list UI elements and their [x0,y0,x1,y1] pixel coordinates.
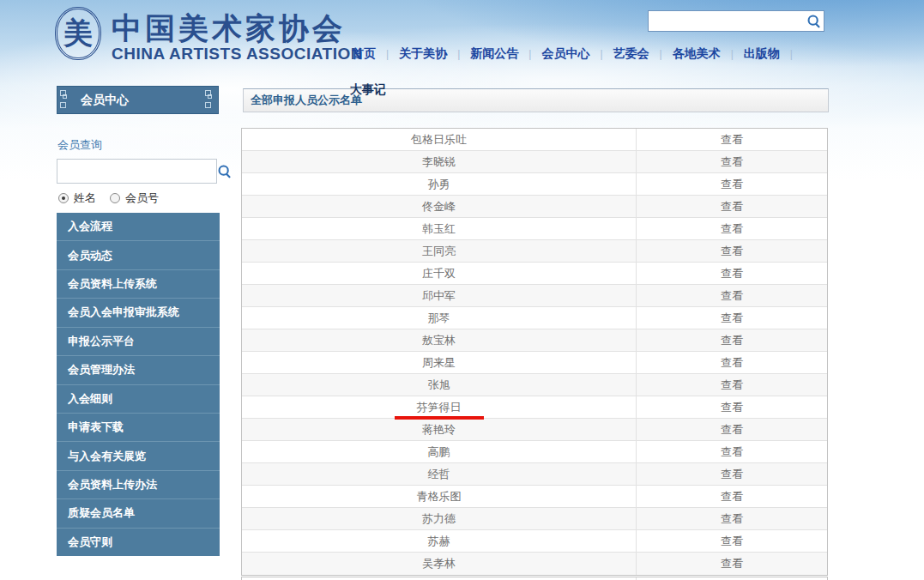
nav-separator: | [528,48,531,60]
nav-item-6[interactable]: 出版物 [744,46,780,62]
applicant-name: 芬笋得日 [417,400,462,415]
nav-item-3[interactable]: 会员中心 [541,46,589,62]
applicant-name: 韩玉红 [422,221,456,237]
view-link[interactable]: 查看 [721,244,743,259]
table-row: 经哲查看 [242,463,827,486]
action-cell: 查看 [636,129,827,150]
applicant-name: 青格乐图 [417,489,462,504]
view-link[interactable]: 查看 [721,199,743,214]
table-row: 高鹏查看 [242,441,827,463]
view-link[interactable]: 查看 [721,400,743,415]
applicant-name-cell: 苏力德 [242,508,636,529]
table-row: 青格乐图查看 [242,486,827,508]
nav-item-5[interactable]: 各地美术 [673,46,721,62]
header-search-input[interactable] [649,12,806,30]
applicant-name: 王同亮 [422,244,456,259]
view-link[interactable]: 查看 [721,422,743,438]
sidebar-item-2[interactable]: 会员资料上传系统 [57,270,220,299]
action-cell: 查看 [636,218,827,239]
sidebar-item-11[interactable]: 会员守则 [57,529,220,556]
sidebar-item-8[interactable]: 与入会有关展览 [57,442,220,470]
view-link[interactable]: 查看 [721,132,743,148]
table-row: 庄千双查看 [242,263,827,285]
header-search-box[interactable] [648,10,824,32]
radio-label-1[interactable]: 会员号 [125,190,159,206]
sidebar-item-1[interactable]: 会员动态 [57,241,220,269]
nav-separator: | [731,48,734,60]
sidebar-item-5[interactable]: 会员管理办法 [57,356,220,384]
action-cell: 查看 [636,486,827,507]
sidebar-item-9[interactable]: 会员资料上传办法 [57,471,220,499]
view-link[interactable]: 查看 [721,489,743,504]
association-seal-logo: 美 [55,7,101,60]
table-row: 芬笋得日查看 [242,396,827,419]
applicant-name: 苏赫 [428,534,450,549]
view-link[interactable]: 查看 [721,154,743,170]
action-cell: 查看 [636,508,827,529]
action-cell: 查看 [636,374,827,396]
applicant-name-cell: 韩玉红 [242,218,636,239]
action-cell: 查看 [636,196,827,217]
view-link[interactable]: 查看 [721,177,743,192]
sidebar-item-10[interactable]: 质疑会员名单 [57,499,220,528]
next-table-fragment [241,577,828,580]
action-cell: 查看 [636,352,827,373]
nav-item-2[interactable]: 新闻公告 [470,46,518,62]
view-link[interactable]: 查看 [721,378,743,393]
view-link[interactable]: 查看 [721,534,743,549]
sidebar-item-4[interactable]: 申报公示平台 [57,328,220,356]
floating-menu-text[interactable]: 大事记 [350,82,386,98]
nav-item-0[interactable]: 首页 [352,46,376,62]
action-cell: 查看 [636,263,827,284]
view-link[interactable]: 查看 [721,333,743,348]
applicant-name: 李晓锐 [422,154,456,170]
applicant-name-cell: 包格日乐吐 [242,129,636,150]
view-link[interactable]: 查看 [721,556,743,571]
page: 美 中国美术家协会 CHINA ARTISTS ASSOCIATION 首页|关… [0,0,924,580]
nav-item-4[interactable]: 艺委会 [613,46,649,62]
ornament-left [60,90,70,111]
applicant-name: 那琴 [428,311,450,326]
member-query-input[interactable] [57,161,217,181]
view-link[interactable]: 查看 [721,467,743,482]
view-link[interactable]: 查看 [721,266,743,281]
action-cell: 查看 [636,329,827,351]
sidebar-item-0[interactable]: 入会流程 [57,213,220,241]
nav-item-1[interactable]: 关于美协 [399,46,447,62]
radio-selected-0[interactable] [58,193,69,203]
view-link[interactable]: 查看 [721,355,743,371]
ornament-right [205,90,215,111]
table-row: 张旭查看 [242,374,827,396]
applicant-name-cell: 孙勇 [242,173,636,195]
applicant-name: 包格日乐吐 [411,132,467,148]
seal-glyph: 美 [63,14,93,53]
table-row: 吴孝林查看 [242,553,827,575]
view-link[interactable]: 查看 [721,311,743,326]
radio-label-0[interactable]: 姓名 [74,190,96,206]
applicant-name-cell: 经哲 [242,463,636,485]
action-cell: 查看 [636,151,827,172]
table-row: 李晓锐查看 [242,151,827,173]
applicant-name-cell: 李晓锐 [242,151,636,172]
view-link[interactable]: 查看 [721,444,743,460]
action-cell: 查看 [636,396,827,418]
table-row: 敖宝林查看 [242,329,827,352]
applicant-name-cell: 吴孝林 [242,553,636,575]
sidebar-item-7[interactable]: 申请表下载 [57,414,220,442]
radio-1[interactable] [110,193,120,203]
action-cell: 查看 [636,530,827,552]
sidebar-item-6[interactable]: 入会细则 [57,385,220,414]
applicant-name-cell: 敖宝林 [242,329,636,351]
member-search-icon[interactable] [217,164,232,178]
member-query-box[interactable] [57,159,217,184]
view-link[interactable]: 查看 [721,511,743,527]
view-link[interactable]: 查看 [721,288,743,304]
applicant-name-cell: 青格乐图 [242,486,636,507]
nav-separator: | [600,48,602,60]
sidebar-item-3[interactable]: 会员入会申报审批系统 [57,299,220,327]
action-cell: 查看 [636,441,827,462]
view-link[interactable]: 查看 [721,221,743,237]
search-icon[interactable] [806,14,821,28]
applicant-table: 包格日乐吐查看李晓锐查看孙勇查看佟金峰查看韩玉红查看王同亮查看庄千双查看邱中军查… [241,128,828,576]
applicant-name-cell: 苏赫 [242,530,636,552]
